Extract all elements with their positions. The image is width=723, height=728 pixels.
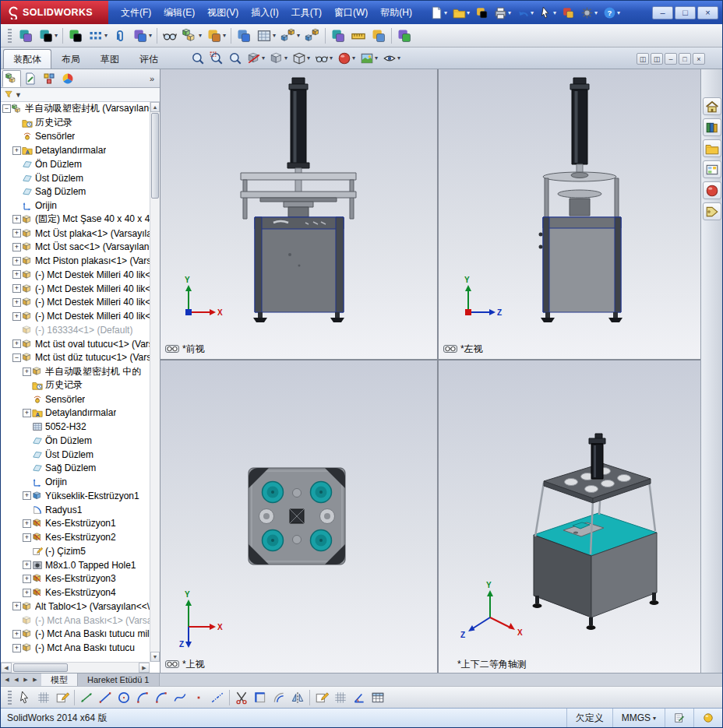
view-palette-icon[interactable] <box>703 160 721 178</box>
tree-item[interactable]: +ADetaylandırmalar <box>1 406 150 420</box>
dropdown-arrow-icon[interactable]: ▾ <box>617 9 620 16</box>
new-document-icon[interactable]: ▾ <box>428 5 450 21</box>
grid-snap-icon[interactable] <box>34 689 53 706</box>
expand-icon[interactable]: + <box>23 589 31 597</box>
menu-item[interactable]: 视图(V) <box>201 2 245 23</box>
document-tab[interactable]: Hareket Etüdü 1 <box>78 673 160 686</box>
dropdown-arrow-icon[interactable]: ▾ <box>307 55 310 62</box>
doc-split-button[interactable]: ◫ <box>637 53 649 65</box>
assembly-features-icon[interactable]: ▾ <box>180 26 204 45</box>
open-icon[interactable]: ▾ <box>450 5 472 21</box>
centerline-icon[interactable] <box>208 689 227 706</box>
displaymanager-tab-icon[interactable] <box>58 70 77 87</box>
tab-布局[interactable]: 布局 <box>51 49 90 69</box>
expand-icon[interactable]: + <box>12 644 21 652</box>
tree-item[interactable]: +Yükseklik-Ekstrüzyon1 <box>1 489 150 503</box>
expand-icon[interactable]: + <box>23 409 31 417</box>
undo-icon[interactable]: ▾ <box>514 5 536 21</box>
tree-item[interactable]: −Mct üst düz tutucu<1> (Vars <box>1 351 150 365</box>
mate-icon[interactable] <box>110 26 130 45</box>
tree-item[interactable]: Sensörler <box>1 392 150 406</box>
tree-item[interactable]: Radyus1 <box>1 503 150 517</box>
dropdown-arrow-icon[interactable]: ▾ <box>284 55 287 62</box>
resources-home-icon[interactable] <box>703 97 721 115</box>
configurationmanager-tab-icon[interactable] <box>40 70 58 87</box>
mass-properties-icon[interactable] <box>369 26 389 45</box>
tree-item[interactable]: Sağ Düzlem <box>1 185 150 199</box>
expand-icon[interactable]: + <box>12 630 21 638</box>
tree-item[interactable]: +(-) Mct Ana Baskı tutucu <box>1 641 150 655</box>
collapse-icon[interactable]: − <box>12 353 21 362</box>
scroll-up-button[interactable]: ▲ <box>150 102 160 112</box>
tree-item[interactable]: Sağ Düzlem <box>1 462 150 476</box>
tab-scroll-button[interactable]: ▶ <box>31 677 39 683</box>
menu-item[interactable]: 帮助(H) <box>374 2 418 23</box>
dropdown-arrow-icon[interactable]: ▾ <box>553 9 556 16</box>
dropdown-arrow-icon[interactable]: ▾ <box>467 9 470 16</box>
tree-item[interactable]: Ön Düzlem <box>1 434 150 448</box>
zoom-fit-icon[interactable] <box>189 50 207 67</box>
expand-icon[interactable]: + <box>12 215 21 223</box>
doc-minimize-button[interactable]: – <box>665 53 677 65</box>
sketch-icon[interactable] <box>53 689 72 706</box>
viewport-top-view[interactable]: Y X Z *上视 <box>160 360 437 674</box>
dropdown-arrow-icon[interactable]: ▾ <box>149 32 152 39</box>
expand-icon[interactable]: + <box>23 491 31 500</box>
tree-item[interactable]: Üst Düzlem <box>1 171 150 185</box>
dropdown-arrow-icon[interactable]: ▾ <box>375 55 378 62</box>
expand-icon[interactable]: + <box>12 229 21 237</box>
tree-item[interactable]: Üst Düzlem <box>1 448 150 462</box>
toolbox-icon[interactable] <box>559 5 577 21</box>
expand-icon[interactable]: + <box>12 146 21 155</box>
hide-show-items-icon[interactable]: ▾ <box>312 50 335 67</box>
expand-icon[interactable]: + <box>12 339 21 348</box>
apply-scene-icon[interactable]: ▾ <box>358 50 380 67</box>
tree-item[interactable]: Sensörler <box>1 130 150 144</box>
tab-scroll-button[interactable]: ◀ <box>12 677 20 683</box>
tree-vertical-scrollbar[interactable]: ▲ ▼ <box>150 102 160 662</box>
linear-component-pattern-icon[interactable]: ▾ <box>86 26 110 45</box>
tree-item[interactable]: (-) Çizim5 <box>1 544 150 558</box>
menu-item[interactable]: 编辑(E) <box>157 2 201 23</box>
exploded-view-icon[interactable]: ▾ <box>278 26 302 45</box>
dropdown-arrow-icon[interactable]: ▾ <box>444 9 447 16</box>
expand-icon[interactable]: + <box>23 533 31 542</box>
dropdown-arrow-icon[interactable]: ▾ <box>508 9 511 16</box>
smart-dimension-icon[interactable] <box>77 689 96 706</box>
panel-overflow-button[interactable]: » <box>150 74 158 83</box>
scroll-down-button[interactable]: ▼ <box>150 652 160 662</box>
tree-item[interactable]: +Kes-Ekstrüzyon1 <box>1 517 150 531</box>
measure-icon[interactable] <box>348 26 369 45</box>
scroll-thumb[interactable] <box>13 663 68 672</box>
scroll-thumb[interactable] <box>151 113 159 199</box>
file-explorer-icon[interactable] <box>703 139 721 157</box>
filter-icon[interactable] <box>4 88 13 102</box>
tree-item[interactable]: +Mct Üst sac<1> (Varsayılan< <box>1 241 150 255</box>
propertymanager-tab-icon[interactable] <box>21 70 40 87</box>
new-motion-study-icon[interactable] <box>234 26 254 45</box>
status-theme-icon[interactable] <box>693 709 722 727</box>
viewport-left-view[interactable]: Y Z *左视 <box>439 69 702 359</box>
table-icon[interactable] <box>369 689 387 706</box>
expand-icon[interactable]: + <box>23 561 31 569</box>
doc-tile-button[interactable]: ◫ <box>651 53 663 65</box>
move-component-icon[interactable]: ▾ <box>130 26 154 45</box>
reference-geometry-icon[interactable]: ▾ <box>204 26 228 45</box>
select-icon[interactable] <box>16 689 34 706</box>
menu-item[interactable]: 插入(I) <box>245 2 284 23</box>
tree-item[interactable]: +(-) Mct Destek Milleri 40 lik<3 <box>1 296 150 310</box>
expand-icon[interactable]: + <box>12 298 21 307</box>
featuremanager-tab-icon[interactable] <box>2 70 21 87</box>
dropdown-arrow-icon[interactable]: ▾ <box>397 55 400 62</box>
expand-icon[interactable]: + <box>23 575 31 583</box>
dropdown-arrow-icon[interactable]: ▾ <box>262 55 265 62</box>
print-icon[interactable]: ▾ <box>492 5 513 21</box>
dropdown-arrow-icon[interactable]: ▾ <box>594 9 598 16</box>
display-style-icon[interactable]: ▾ <box>290 50 312 67</box>
tree-item[interactable]: +M8x1.0 Tapped Hole1 <box>1 558 150 572</box>
tree-item[interactable]: 历史记录 <box>1 378 150 392</box>
trim-entities-icon[interactable] <box>232 689 251 706</box>
tree-horizontal-scrollbar[interactable]: ◀ ▶ <box>1 662 150 673</box>
menu-item[interactable]: 工具(T) <box>285 2 328 23</box>
tree-item[interactable]: Orijin <box>1 475 150 489</box>
